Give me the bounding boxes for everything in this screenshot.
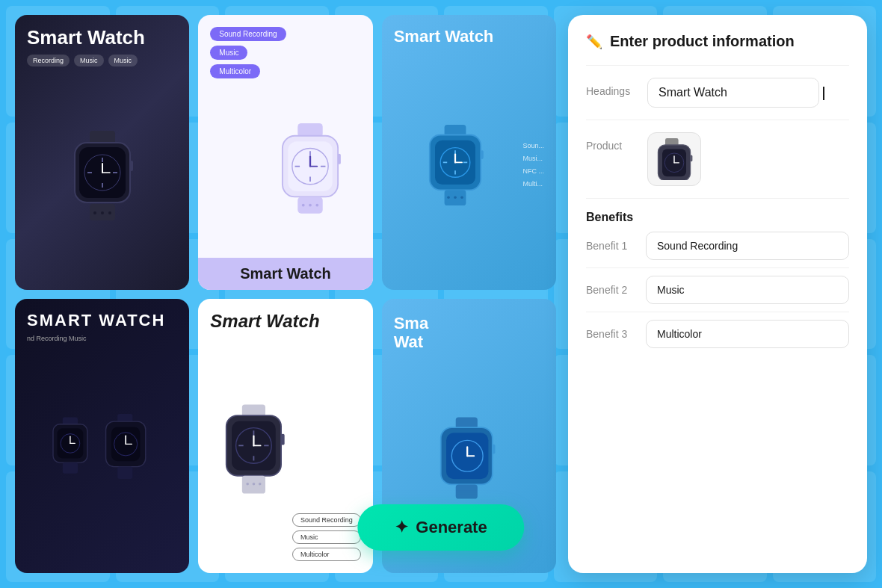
card-4-title: SMART WATCH (27, 311, 177, 330)
svg-point-72 (259, 483, 262, 486)
card-4: SMART WATCH nd Recording Music (15, 299, 189, 574)
headings-row: Headings (586, 78, 849, 108)
card-1-tags: Recording Music Music (27, 55, 177, 66)
panel-title: Enter product information (610, 33, 795, 50)
panel-header: ✏️ Enter product information (586, 33, 849, 50)
benefit-1-label: Benefit 1 (586, 240, 637, 252)
svg-rect-89 (691, 155, 693, 161)
divider-5 (586, 312, 849, 312)
card-5-tag-3: Multicolor (292, 548, 361, 561)
card-5-tag-2: Music (292, 530, 361, 544)
card-1-title: Smart Watch (27, 27, 177, 49)
divider-3 (586, 198, 849, 199)
benefit-2-input[interactable] (646, 276, 849, 304)
svg-rect-58 (117, 467, 132, 480)
edit-icon: ✏️ (586, 34, 602, 50)
card-1-tag-1: Recording (27, 55, 70, 66)
svg-rect-73 (281, 434, 285, 445)
svg-point-26 (302, 203, 305, 206)
card-3-title: Smart Watch (394, 27, 544, 46)
card-1-watch (27, 74, 177, 278)
card-2-tag-3: Multicolor (210, 64, 260, 78)
svg-rect-44 (481, 150, 484, 159)
card-2-tags: Sound Recording Music Multicolor (210, 27, 360, 78)
card-5: Smart Watch (198, 299, 372, 574)
benefit-3-row: Benefit 3 (586, 320, 849, 348)
svg-point-13 (108, 211, 111, 214)
svg-point-71 (253, 483, 256, 486)
svg-point-43 (460, 196, 463, 199)
divider-4 (586, 267, 849, 268)
svg-rect-15 (297, 123, 322, 137)
svg-point-27 (309, 203, 312, 206)
cards-grid: Smart Watch Recording Music Music (15, 15, 556, 573)
benefit-1-row: Benefit 1 (586, 232, 849, 260)
svg-point-41 (447, 196, 450, 199)
card-3: Smart Watch (382, 15, 556, 290)
card-2-tag-1: Sound Recording (210, 27, 286, 41)
svg-rect-80 (456, 484, 478, 498)
text-cursor (823, 87, 824, 100)
card-6-title: SmaWat (394, 311, 544, 355)
benefits-title: Benefits (586, 211, 849, 224)
card-1-tag-3: Music (108, 55, 138, 66)
card-3-features: Soun... Musi... NFC ... Multi... (522, 140, 544, 191)
svg-rect-51 (62, 462, 77, 474)
card-5-tag-1: Sound Recording (292, 513, 361, 527)
svg-point-42 (454, 196, 457, 199)
benefit-3-label: Benefit 3 (586, 328, 637, 340)
generate-button[interactable]: ✦ Generate (357, 504, 524, 551)
svg-point-70 (247, 483, 250, 486)
divider-2 (586, 120, 849, 120)
sparkle-icon: ✦ (395, 518, 408, 537)
product-info-panel: ✏️ Enter product information Headings Pr… (568, 15, 867, 573)
benefit-2-row: Benefit 2 (586, 276, 849, 304)
product-label: Product (586, 132, 638, 152)
benefits-section: Benefits Benefit 1 Benefit 2 Benefit 3 (586, 211, 849, 348)
headings-input[interactable] (647, 78, 819, 108)
svg-rect-14 (130, 161, 133, 171)
card-5-tags: Sound Recording Music Multicolor (292, 513, 361, 561)
svg-point-11 (93, 211, 96, 214)
benefit-2-label: Benefit 2 (586, 284, 637, 296)
card-2-tag-2: Music (210, 46, 247, 60)
benefit-1-input[interactable] (646, 232, 849, 260)
card-2-footer: Smart Watch (198, 258, 372, 290)
svg-rect-81 (493, 444, 496, 454)
card-2-footer-title: Smart Watch (240, 265, 331, 282)
product-row: Product (586, 132, 849, 186)
card-1-tag-2: Music (74, 55, 104, 66)
benefit-3-input[interactable] (646, 320, 849, 348)
svg-point-12 (101, 211, 104, 214)
card-2: Sound Recording Music Multicolor (198, 15, 372, 290)
svg-rect-29 (338, 154, 341, 164)
divider-1 (586, 65, 849, 66)
card-4-subtitle: nd Recording Music (27, 335, 177, 342)
product-thumbnail[interactable] (647, 132, 701, 186)
headings-label: Headings (586, 78, 638, 97)
svg-point-28 (315, 203, 318, 206)
main-content: Smart Watch Recording Music Music (0, 0, 882, 588)
card-1: Smart Watch Recording Music Music (15, 15, 189, 290)
card-5-title: Smart Watch (210, 311, 360, 332)
generate-label: Generate (416, 518, 487, 537)
